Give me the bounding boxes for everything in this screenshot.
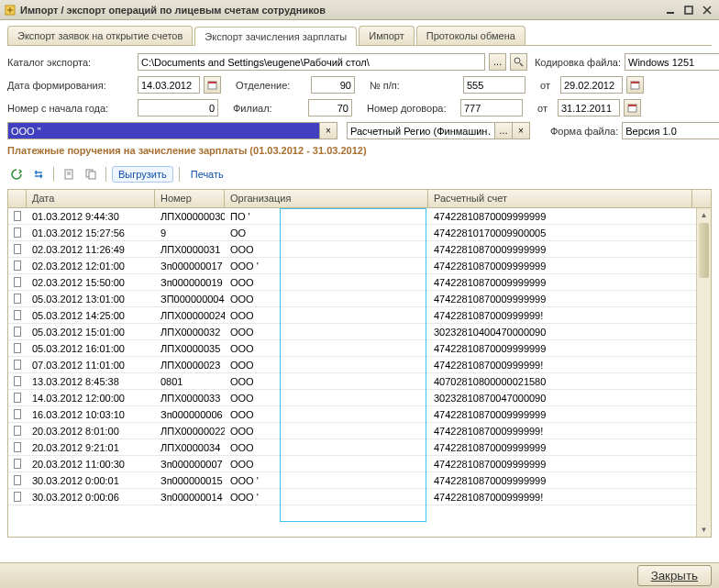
table-row[interactable]: 05.03.2012 13:01:00ЗП000000004ООО4742281…: [8, 291, 711, 307]
region-input[interactable]: [347, 122, 495, 139]
from1-date-input[interactable]: [560, 76, 623, 94]
catalog-browse-button[interactable]: …: [489, 53, 506, 71]
close-window-button[interactable]: [699, 3, 715, 17]
from1-calendar-button[interactable]: [626, 76, 644, 94]
row-checkbox[interactable]: [14, 327, 21, 337]
table-row[interactable]: 05.03.2012 14:25:00ЛПХ00000024ООО4742281…: [8, 307, 711, 324]
row-checkbox[interactable]: [14, 310, 21, 320]
cell-org: ООО: [225, 441, 428, 454]
branch-input[interactable]: [308, 99, 352, 116]
year-num-input[interactable]: [138, 99, 218, 116]
cell-date: 05.03.2012 16:01:00: [27, 342, 155, 355]
cell-date: 20.03.2012 9:21:01: [27, 441, 155, 454]
row-checkbox[interactable]: [14, 211, 21, 221]
table-row[interactable]: 01.03.2012 9:44:30ЛПХ00000030ПО '4742281…: [8, 208, 711, 225]
table-row[interactable]: 30.03.2012 0:00:06Зп000000014ООО '474228…: [8, 489, 711, 505]
contract-input[interactable]: [460, 99, 523, 116]
org-selected-input[interactable]: [7, 122, 320, 139]
table-row[interactable]: 20.03.2012 11:00:30Зп000000007ООО4742281…: [8, 456, 711, 472]
table-row[interactable]: 02.03.2012 15:50:00Зп000000019ООО4742281…: [8, 274, 711, 291]
row-checkbox[interactable]: [14, 426, 21, 436]
scroll-thumb[interactable]: [699, 223, 709, 278]
catalog-input[interactable]: [138, 53, 485, 71]
date-form-calendar-button[interactable]: [204, 76, 221, 94]
cell-org: ООО: [225, 342, 428, 355]
row-checkbox[interactable]: [14, 459, 21, 469]
swap-button[interactable]: [29, 165, 48, 183]
cell-date: 07.03.2012 11:01:00: [27, 359, 155, 372]
cell-date: 01.03.2012 9:44:30: [27, 210, 155, 223]
table-row[interactable]: 30.03.2012 0:00:01Зп000000015ООО '474228…: [8, 472, 711, 489]
cell-org: ООО: [225, 243, 428, 256]
row-checkbox[interactable]: [14, 442, 21, 452]
tab-import[interactable]: Импорт: [359, 26, 414, 45]
row-checkbox[interactable]: [14, 244, 21, 254]
cell-account: 47422810870009999999: [428, 441, 692, 454]
tab-export-requests[interactable]: Экспорт заявок на открытие счетов: [7, 26, 193, 45]
catalog-search-button[interactable]: [510, 53, 527, 71]
tab-export-salary[interactable]: Экспорт зачисления зарплаты: [194, 27, 357, 46]
cell-org: ООО: [225, 392, 428, 405]
cell-org: ОО: [225, 227, 428, 239]
export-button[interactable]: Выгрузить: [112, 166, 173, 183]
print-button[interactable]: Печать: [185, 167, 229, 182]
npp-input[interactable]: [463, 76, 525, 94]
region-clear-button[interactable]: ×: [513, 122, 530, 139]
refresh-button[interactable]: [7, 165, 26, 183]
table-row[interactable]: 05.03.2012 16:01:00ЛПХ0000035ООО47422810…: [8, 340, 711, 357]
row-checkbox[interactable]: [14, 261, 21, 271]
minimize-button[interactable]: [662, 3, 679, 17]
cell-date: 30.03.2012 0:00:06: [27, 491, 155, 504]
table-row[interactable]: 02.03.2012 12:01:00Зп000000017ООО '47422…: [8, 258, 711, 274]
table-row[interactable]: 01.03.2012 15:27:569ОО474228101700099000…: [8, 225, 711, 241]
scroll-down-icon[interactable]: ▼: [697, 523, 711, 537]
row-checkbox[interactable]: [14, 475, 21, 485]
table-row[interactable]: 20.03.2012 8:01:00ЛПХ00000022ООО47422810…: [8, 423, 711, 439]
tab-protocols[interactable]: Протоколы обмена: [416, 26, 525, 45]
row-checkbox[interactable]: [14, 409, 21, 419]
row-checkbox[interactable]: [14, 360, 21, 370]
cell-account: 47422810870009999999: [428, 408, 692, 421]
department-input[interactable]: [311, 76, 355, 94]
row-checkbox[interactable]: [14, 227, 21, 238]
header-date[interactable]: Дата: [27, 190, 155, 207]
table-row[interactable]: 02.03.2012 11:26:49ЛПХ0000031ООО47422810…: [8, 241, 711, 258]
region-browse-button[interactable]: …: [495, 122, 513, 139]
cell-org: ООО: [225, 458, 428, 471]
cell-date: 05.03.2012 14:25:00: [27, 309, 155, 322]
branch-label: Филиал:: [233, 103, 304, 114]
row-checkbox[interactable]: [14, 343, 21, 353]
encoding-input[interactable]: [625, 53, 719, 71]
cell-date: 02.03.2012 11:26:49: [27, 243, 155, 256]
row-checkbox[interactable]: [14, 294, 21, 304]
table-row[interactable]: 13.03.2012 8:45:380801ООО407028108000000…: [8, 373, 711, 390]
table-row[interactable]: 07.03.2012 11:01:00ЛПХ0000023ООО47422810…: [8, 357, 711, 373]
table-row[interactable]: 05.03.2012 15:01:00ЛПХ0000032ООО30232810…: [8, 324, 711, 340]
copy-button[interactable]: [82, 165, 100, 183]
cell-date: 05.03.2012 15:01:00: [27, 326, 155, 338]
date-form-input[interactable]: [138, 76, 200, 94]
from2-date-input[interactable]: [558, 99, 620, 116]
row-checkbox[interactable]: [14, 492, 21, 502]
table-row[interactable]: 14.03.2012 12:00:00ЛПХ0000033ООО30232810…: [8, 390, 711, 406]
maximize-button[interactable]: [680, 3, 697, 17]
file-form-input[interactable]: [622, 122, 719, 139]
table-row[interactable]: 20.03.2012 9:21:01ЛПХ0000034ООО474228108…: [8, 439, 711, 456]
org-clear-button[interactable]: ×: [320, 122, 337, 139]
row-checkbox[interactable]: [14, 393, 21, 403]
from2-calendar-button[interactable]: [624, 99, 641, 116]
scroll-up-icon[interactable]: ▲: [697, 208, 711, 222]
cell-date: 14.03.2012 12:00:00: [27, 392, 155, 405]
table-row[interactable]: 16.03.2012 10:03:10Зп000000006ООО4742281…: [8, 406, 711, 423]
vertical-scrollbar[interactable]: ▲ ▼: [696, 208, 711, 537]
document-button[interactable]: [60, 165, 78, 183]
header-account[interactable]: Расчетный счет: [428, 190, 692, 207]
header-number[interactable]: Номер: [155, 190, 225, 207]
row-checkbox[interactable]: [14, 376, 21, 386]
cell-account: 47422810870009999999: [428, 342, 692, 355]
row-checkbox[interactable]: [14, 277, 21, 287]
close-button[interactable]: Закрыть: [637, 565, 712, 586]
header-org[interactable]: Организация: [225, 190, 428, 207]
svg-line-6: [520, 63, 523, 66]
cell-org: ООО: [225, 326, 428, 338]
